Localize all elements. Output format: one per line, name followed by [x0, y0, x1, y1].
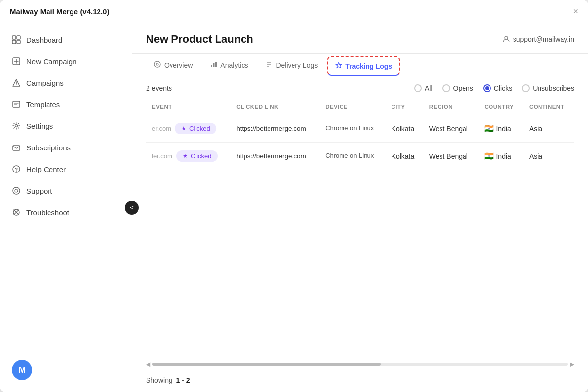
cell-event-1: ler.com Clicked [146, 143, 230, 170]
table-container: EVENT CLICKED LINK DEVICE CITY REGION CO… [132, 99, 588, 357]
campaigns-icon [12, 78, 21, 87]
templates-icon [12, 100, 21, 109]
cell-region-0: West Bengal [423, 115, 479, 143]
showing-row: Showing 1 - 2 [132, 371, 588, 392]
cell-continent-1: Asia [523, 143, 574, 170]
sidebar-item-settings[interactable]: Settings [0, 115, 132, 137]
tracking-table: EVENT CLICKED LINK DEVICE CITY REGION CO… [146, 99, 574, 170]
scroll-thumb [152, 363, 381, 366]
filter-row: 2 events All Opens Clicks [132, 77, 588, 99]
new-campaign-icon [12, 57, 21, 66]
svg-rect-2 [12, 40, 16, 44]
svg-rect-10 [13, 101, 20, 107]
app-window: Mailway Mail Merge (v4.12.0) × Dashboard [0, 0, 588, 392]
radio-opens[interactable]: Opens [442, 84, 473, 92]
svg-rect-24 [213, 63, 215, 67]
col-event: EVENT [146, 99, 230, 115]
col-country: COUNTRY [478, 99, 523, 115]
sidebar-item-templates[interactable]: Templates [0, 94, 132, 115]
col-city: CITY [386, 99, 423, 115]
close-button[interactable]: × [573, 7, 578, 16]
badge-icon-0 [181, 126, 187, 132]
svg-point-21 [154, 61, 160, 67]
col-continent: CONTINENT [523, 99, 574, 115]
radio-clicks[interactable]: Clicks [483, 84, 512, 92]
badge-icon-1 [182, 153, 188, 159]
sidebar-item-campaigns[interactable]: Campaigns [0, 72, 132, 94]
main-layout: Dashboard New Campaign [0, 23, 588, 392]
content-header: New Product Launch support@mailway.in [132, 23, 588, 54]
svg-rect-23 [211, 65, 212, 67]
sidebar-item-label: Subscriptions [26, 144, 71, 152]
clicked-badge-1: Clicked [176, 150, 218, 162]
sidebar-item-label: Troubleshoot [26, 208, 69, 217]
svg-rect-25 [215, 62, 217, 67]
cell-city-0: Kolkata [386, 115, 423, 143]
tracking-logs-icon [335, 62, 342, 70]
cell-link-0: https://bettermerge.com [230, 115, 319, 143]
settings-icon [12, 122, 21, 130]
col-region: REGION [423, 99, 479, 115]
sidebar-item-label: Support [26, 187, 52, 195]
avatar: M [12, 360, 32, 380]
scroll-right-arrow[interactable]: ▶ [570, 361, 574, 368]
svg-rect-1 [17, 36, 20, 39]
radio-unsubscribes[interactable]: Unsubscribes [522, 84, 574, 92]
user-email: support@mailway.in [513, 35, 574, 43]
scrollbar-row: ◀ ▶ [132, 357, 588, 371]
table-row: ler.com Clicked https://bettermerge.com … [146, 143, 574, 170]
cell-continent-0: Asia [523, 115, 574, 143]
support-icon [12, 186, 21, 195]
subscriptions-icon [12, 143, 21, 152]
flag-0: 🇮🇳 [484, 124, 494, 133]
radio-all[interactable]: All [414, 84, 433, 92]
svg-point-18 [15, 189, 18, 192]
app-title: Mailway Mail Merge (v4.12.0) [10, 7, 109, 16]
cell-city-1: Kolkata [386, 143, 423, 170]
pagination-range: 1 - 2 [176, 376, 190, 384]
cell-device-0: Chrome on Linux [319, 115, 385, 143]
scroll-left-arrow[interactable]: ◀ [146, 361, 150, 368]
showing-label: Showing [146, 376, 172, 384]
svg-rect-0 [12, 36, 16, 39]
cell-region-1: West Bengal [423, 143, 479, 170]
sidebar-item-help-center[interactable]: ? Help Center [0, 158, 132, 180]
tabs-row: Overview Analytics [132, 54, 588, 77]
sidebar-item-dashboard[interactable]: Dashboard [0, 29, 132, 50]
radio-clicks-circle [483, 84, 491, 92]
title-bar: Mailway Mail Merge (v4.12.0) × [0, 0, 588, 23]
tab-overview[interactable]: Overview [146, 54, 200, 77]
sidebar-item-label: Help Center [26, 165, 66, 173]
sidebar-item-new-campaign[interactable]: New Campaign [0, 50, 132, 72]
tab-analytics[interactable]: Analytics [202, 54, 256, 77]
svg-rect-14 [13, 146, 20, 150]
user-icon [502, 35, 510, 43]
svg-text:?: ? [15, 167, 18, 172]
tab-tracking-logs[interactable]: Tracking Logs [327, 56, 400, 76]
delivery-logs-icon [266, 61, 272, 69]
page-title: New Product Launch [146, 33, 253, 46]
col-device: DEVICE [319, 99, 385, 115]
scroll-track[interactable] [152, 363, 568, 366]
sidebar-item-label: Dashboard [26, 36, 62, 44]
sidebar-item-label: New Campaign [26, 57, 77, 66]
sidebar-bottom: M [0, 354, 132, 386]
svg-point-9 [16, 84, 17, 85]
radio-group: All Opens Clicks Unsubscribes [414, 84, 574, 92]
sidebar-item-troubleshoot[interactable]: Troubleshoot [0, 201, 132, 223]
tab-delivery-logs[interactable]: Delivery Logs [258, 54, 325, 77]
cell-country-0: 🇮🇳India [478, 115, 523, 143]
help-center-icon: ? [12, 165, 21, 173]
sidebar-item-subscriptions[interactable]: Subscriptions [0, 137, 132, 158]
clicked-badge-0: Clicked [175, 123, 216, 134]
sidebar-collapse-button[interactable]: < [125, 201, 139, 215]
svg-point-20 [505, 36, 508, 39]
sidebar-item-label: Settings [26, 122, 53, 130]
flag-1: 🇮🇳 [484, 152, 494, 160]
svg-point-17 [13, 187, 20, 194]
sidebar-item-label: Templates [26, 100, 60, 109]
sidebar-item-support[interactable]: Support [0, 180, 132, 201]
troubleshoot-icon [12, 208, 21, 217]
radio-opens-circle [442, 84, 450, 92]
cell-device-1: Chrome on Linux [319, 143, 385, 170]
